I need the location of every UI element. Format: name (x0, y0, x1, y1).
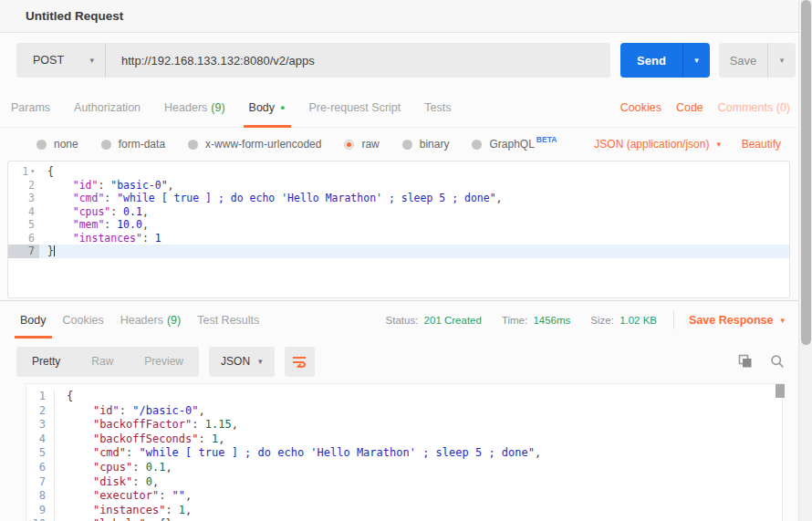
beta-badge: BETA (536, 135, 557, 144)
request-body-editor[interactable]: 1▾{2 "id": "basic-0",3 "cmd": "while [ t… (7, 161, 790, 298)
tab-authorization[interactable]: Authorization (74, 88, 141, 128)
code-line-text: "id": "/basic-0", (54, 404, 205, 419)
code-line-text: "id": "basic-0", (39, 179, 174, 193)
tab-tests-label: Tests (424, 101, 451, 114)
code-line[interactable]: 2 "id": "basic-0", (8, 179, 789, 193)
bodytype-formdata-label: form-data (119, 138, 165, 151)
chevron-down-icon: ▾ (89, 56, 94, 65)
line-number: 3 (26, 418, 54, 432)
beautify-link[interactable]: Beautify (742, 138, 781, 151)
bodytype-graphql-label: GraphQL (489, 138, 534, 151)
tab-headers[interactable]: Headers (9) (164, 88, 225, 128)
code-line-text: "cpus": 0.1, (54, 461, 172, 475)
code-line[interactable]: 2 "id": "/basic-0", (26, 404, 782, 419)
line-number: 7 (26, 475, 54, 490)
view-raw-button[interactable]: Raw (76, 347, 129, 377)
line-number: 9 (26, 504, 54, 518)
tab-body[interactable]: Body ● (249, 88, 286, 128)
titlebar: Untitled Request (0, 0, 812, 33)
code-line[interactable]: 4 "backoffSeconds": 1, (26, 432, 782, 447)
response-tab-body[interactable]: Body (20, 302, 47, 339)
bodytype-none-label: none (54, 138, 78, 151)
code-line[interactable]: 6 "cpus": 0.1, (26, 461, 782, 475)
time-value: 1456ms (533, 315, 570, 326)
bodytype-none[interactable]: none (36, 138, 78, 151)
code-line[interactable]: 3 "cmd": "while [ true ] ; do echo 'Hell… (8, 192, 789, 205)
code-line[interactable]: 5 "cmd": "while [ true ] ; do echo 'Hell… (26, 446, 782, 461)
code-line[interactable]: 1▾{ (8, 165, 789, 179)
save-button[interactable]: Save (719, 43, 767, 78)
postman-request-window: Untitled Request POST ▾ http://192.168.1… (0, 0, 812, 521)
bodytype-form-data[interactable]: form-data (101, 138, 165, 151)
wrap-text-button[interactable] (285, 347, 315, 377)
view-preview-button[interactable]: Preview (129, 347, 199, 377)
tab-authorization-label: Authorization (74, 101, 141, 114)
response-tab-headers[interactable]: Headers (9) (120, 302, 182, 339)
method-select[interactable]: POST ▾ (16, 43, 106, 78)
save-response-label: Save Response (689, 314, 773, 327)
tab-params[interactable]: Params (11, 88, 50, 128)
fold-caret-icon[interactable]: ▾ (30, 165, 35, 179)
method-value: POST (33, 54, 64, 67)
response-tab-cookies[interactable]: Cookies (63, 302, 104, 339)
method-url-group: POST ▾ http://192.168.133.132:8080/v2/ap… (16, 43, 610, 78)
response-tab-cookies-label: Cookies (63, 314, 104, 327)
bodytype-binary[interactable]: binary (402, 138, 450, 151)
response-format-value: JSON (221, 355, 250, 368)
chevron-down-icon: ▾ (694, 56, 699, 65)
code-line[interactable]: 1{ (26, 390, 782, 404)
view-pretty-button[interactable]: Pretty (16, 347, 76, 377)
send-options-button[interactable]: ▾ (682, 43, 710, 78)
code-line[interactable]: 4 "cpus": 0.1, (8, 205, 789, 219)
bodytype-graphql[interactable]: GraphQL BETA (472, 138, 557, 151)
content-type-select[interactable]: JSON (application/json) ▾ (594, 138, 721, 151)
code-link[interactable]: Code (676, 101, 703, 114)
search-response-button[interactable] (770, 354, 785, 369)
chevron-down-icon: ▾ (716, 140, 721, 149)
headers-count-badge: (9) (211, 101, 224, 114)
code-line-text: "backoffFactor": 1.15, (54, 418, 238, 432)
response-headers-count-badge: (9) (167, 314, 181, 327)
code-line[interactable]: 6 "instances": 1 (8, 232, 789, 245)
bodytype-binary-label: binary (420, 138, 450, 151)
request-url-bar: POST ▾ http://192.168.133.132:8080/v2/ap… (0, 33, 812, 88)
code-line[interactable]: 7} (8, 245, 789, 258)
url-input[interactable]: http://192.168.133.132:8080/v2/apps (106, 43, 610, 78)
line-number: 2 (8, 179, 39, 193)
cookies-link[interactable]: Cookies (620, 101, 661, 114)
code-line[interactable]: 7 "disk": 0, (26, 475, 782, 490)
request-tabs-right: Cookies Code Comments (0) (620, 101, 797, 114)
url-value: http://192.168.133.132:8080/v2/apps (121, 54, 315, 68)
code-line[interactable]: 5 "mem": 10.0, (8, 218, 789, 232)
response-tab-headers-label: Headers (120, 314, 163, 327)
radio-icon (402, 140, 412, 150)
page-scrollbar-thumb[interactable] (801, 0, 811, 345)
tab-tests[interactable]: Tests (424, 88, 451, 128)
response-scrollbar-thumb[interactable] (776, 384, 785, 398)
bodytype-urlencoded-label: x-www-form-urlencoded (205, 138, 321, 151)
code-line[interactable]: 3 "backoffFactor": 1.15, (26, 418, 782, 432)
size-value: 1.02 KB (619, 315, 657, 326)
copy-response-button[interactable] (738, 354, 753, 369)
response-body-editor[interactable]: 1{2 "id": "/basic-0",3 "backoffFactor": … (26, 383, 783, 521)
radio-selected-icon (344, 140, 354, 150)
chevron-down-icon: ▾ (780, 316, 785, 325)
chevron-down-icon: ▾ (258, 357, 263, 366)
send-button[interactable]: Send (620, 43, 682, 78)
comments-link[interactable]: Comments (0) (718, 101, 790, 114)
bodytype-urlencoded[interactable]: x-www-form-urlencoded (188, 138, 321, 151)
page-scrollbar[interactable] (798, 0, 812, 521)
response-tab-test-results[interactable]: Test Results (197, 302, 259, 339)
tab-prerequest-script[interactable]: Pre-request Script (309, 88, 401, 128)
line-number: 5 (8, 218, 39, 232)
code-line[interactable]: 8 "executor": "", (26, 489, 782, 504)
code-line[interactable]: 10 "labels": {}, (26, 517, 782, 521)
active-tab-underline (15, 336, 52, 339)
save-options-button[interactable]: ▾ (767, 43, 796, 78)
bodytype-raw[interactable]: raw (344, 138, 379, 151)
code-line[interactable]: 9 "instances": 1, (26, 504, 782, 518)
response-format-select[interactable]: JSON ▾ (209, 347, 275, 377)
save-response-button[interactable]: Save Response ▾ (689, 314, 785, 327)
copy-icon (738, 354, 753, 369)
line-number: 1 (26, 390, 54, 404)
